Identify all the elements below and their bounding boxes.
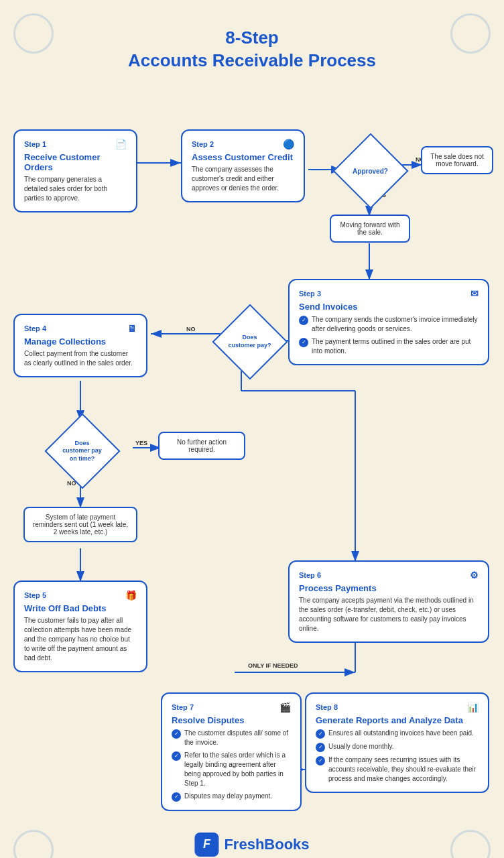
step5-desc: The customer fails to pay after all coll… (24, 616, 137, 663)
step8-check1: ✓ Ensures all outstanding invoices have … (316, 729, 479, 739)
step6-icon: ⚙ (470, 570, 479, 580)
step4-desc: Collect payment from the customer as cle… (24, 349, 137, 368)
pay-on-time-diamond-container: Does customer pay on time? (50, 420, 114, 483)
customer-pay-text: Does customer pay? (228, 334, 271, 349)
step7-label: Step 7 🎬 (172, 702, 291, 713)
step8-title: Generate Reports and Analyze Data (316, 715, 479, 725)
step3-check2: ✓ The payment terms outlined in the sale… (299, 337, 479, 356)
step8-label: Step 8 📊 (316, 702, 479, 713)
step1-icon: 📄 (115, 139, 127, 149)
step3-check1: ✓ The company sends the customer's invoi… (299, 315, 479, 334)
moving-forward-box: Moving forward with the sale. (330, 214, 410, 243)
approved-diamond-container: Approved? (338, 139, 402, 203)
step2-title: Assess Customer Credit (192, 152, 294, 162)
step4-title: Manage Collections (24, 336, 137, 347)
step3-title: Send Invoices (299, 302, 479, 312)
step8-box: Step 8 📊 Generate Reports and Analyze Da… (305, 692, 489, 793)
approved-diamond-text: Approved? (349, 167, 392, 176)
step2-icon: 🔵 (283, 139, 294, 149)
step6-title: Process Payments (299, 583, 479, 593)
corner-decoration-tl (13, 13, 54, 54)
freshbooks-brand-name: FreshBooks (224, 836, 309, 853)
step4-label: Step 4 🖥 (24, 323, 137, 334)
step1-desc: The company generates a detailed sales o… (24, 175, 127, 203)
step1-label: Step 1 📄 (24, 139, 127, 149)
step2-label: Step 2 🔵 (192, 139, 294, 149)
step4-box: Step 4 🖥 Manage Collections Collect paym… (13, 314, 147, 377)
step3-box: Step 3 ✉ Send Invoices ✓ The company sen… (288, 279, 489, 365)
step3-icon: ✉ (470, 288, 479, 299)
no-label-2: NO (186, 326, 196, 332)
pay-on-time-text: Does customer pay on time? (60, 440, 104, 463)
step3-label: Step 3 ✉ (299, 288, 479, 299)
step5-icon: 🎁 (125, 590, 137, 601)
late-payment-box: System of late payment reminders sent ou… (23, 507, 137, 542)
step5-title: Write Off Bad Debts (24, 603, 137, 613)
step7-icon: 🎬 (279, 702, 291, 713)
step1-title: Receive Customer Orders (24, 152, 127, 172)
yes-label-3: YES (135, 440, 147, 446)
step7-check2: ✓ Refer to the sales order which is a le… (172, 751, 291, 788)
page-title: 8-Step Accounts Receivable Process (0, 0, 504, 86)
corner-decoration-tr (450, 13, 491, 54)
step8-check3: ✓ If the company sees recurring issues w… (316, 755, 479, 784)
step2-box: Step 2 🔵 Assess Customer Credit The comp… (181, 129, 305, 202)
no-further-box: No further action required. (158, 432, 245, 460)
page-background: 8-Step Accounts Receivable Process (0, 0, 504, 858)
step8-check2: ✓ Usually done monthly. (316, 742, 479, 752)
step7-box: Step 7 🎬 Resolve Disputes ✓ The customer… (161, 692, 302, 811)
step5-label: Step 5 🎁 (24, 590, 137, 601)
step2-desc: The company assesses the customer's cred… (192, 165, 294, 193)
only-if-needed-label: ONLY IF NEEDED (248, 662, 298, 669)
step6-desc: The company accepts payment via the meth… (299, 596, 479, 633)
step8-icon: 📊 (467, 702, 479, 713)
freshbooks-icon: F (194, 833, 218, 857)
flowchart-area: NO YES NO YES YES NO ONLY IF NEEDED Step… (0, 93, 504, 858)
step1-box: Step 1 📄 Receive Customer Orders The com… (13, 129, 137, 212)
freshbooks-logo: F FreshBooks (194, 833, 309, 857)
step6-label: Step 6 ⚙ (299, 570, 479, 580)
step6-box: Step 6 ⚙ Process Payments The company ac… (288, 560, 489, 643)
step4-icon: 🖥 (127, 323, 137, 334)
not-forward-box: The sale does not move forward. (421, 146, 493, 174)
step7-check3: ✓ Disputes may delay payment. (172, 792, 291, 802)
step7-title: Resolve Disputes (172, 715, 291, 725)
customer-pay-diamond-container: Does customer pay? (218, 310, 281, 374)
step5-box: Step 5 🎁 Write Off Bad Debts The custome… (13, 580, 147, 672)
step7-check1: ✓ The customer disputes all/ some of the… (172, 729, 291, 747)
